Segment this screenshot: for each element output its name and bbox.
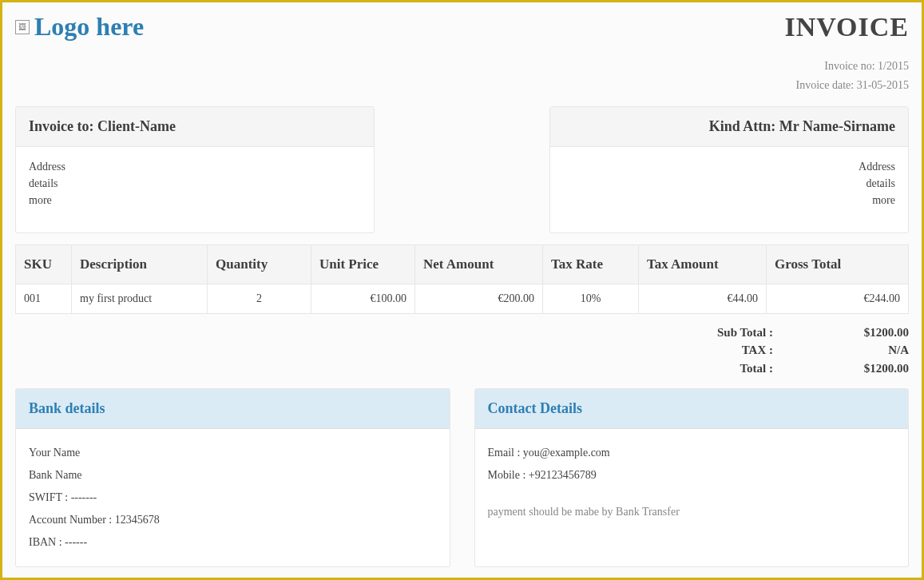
cell-unit-price: €100.00 [311, 284, 415, 313]
kind-attn-line: Address [563, 158, 895, 175]
items-table: SKU Description Quantity Unit Price Net … [15, 244, 909, 314]
bank-details-header: Bank details [16, 389, 450, 429]
invoice-meta: Invoice no: 1/2015 Invoice date: 31-05-2… [15, 57, 909, 95]
header-row: 🖼 Logo here INVOICE [15, 12, 909, 42]
total-value: $1200.00 [773, 360, 909, 378]
bank-name-line: Your Name [29, 442, 437, 464]
tax-value: N/A [773, 341, 909, 360]
invoice-number: Invoice no: 1/2015 [15, 57, 909, 76]
col-gross-total: Gross Total [767, 244, 909, 284]
contact-email-line: Email : you@example.com [488, 442, 896, 464]
col-tax-amount: Tax Amount [639, 244, 767, 284]
invoice-to-body: Address details more [16, 147, 374, 232]
invoice-to-line: Address [29, 158, 361, 175]
col-sku: SKU [16, 244, 72, 284]
totals-block: Sub Total : $1200.00 TAX : N/A Total : $… [15, 324, 909, 378]
contact-mobile-line: Mobile : +92123456789 [488, 464, 896, 487]
payment-note: payment should be mabe by Bank Transfer [488, 501, 896, 523]
logo-block: 🖼 Logo here [15, 12, 144, 42]
bank-account-line: Account Number : 12345678 [29, 509, 437, 531]
cell-quantity: 2 [208, 284, 311, 313]
invoice-date: Invoice date: 31-05-2015 [15, 76, 909, 95]
cell-description: my first product [72, 284, 208, 313]
contact-details-header: Contact Details [475, 389, 909, 429]
invoice-to-card: Invoice to: Client-Name Address details … [15, 106, 375, 233]
details-row: Bank details Your Name Bank Name SWIFT :… [15, 388, 909, 567]
bank-iban-line: IBAN : ------ [29, 531, 437, 554]
table-header-row: SKU Description Quantity Unit Price Net … [16, 244, 909, 284]
parties-row: Invoice to: Client-Name Address details … [15, 106, 909, 233]
logo-text: Logo here [34, 12, 144, 42]
contact-details-card: Contact Details Email : you@example.com … [474, 388, 910, 567]
col-description: Description [72, 244, 208, 284]
contact-details-body: Email : you@example.com Mobile : +921234… [475, 429, 909, 536]
bank-details-card: Bank details Your Name Bank Name SWIFT :… [15, 388, 450, 567]
invoice-to-line: more [29, 192, 361, 209]
col-tax-rate: Tax Rate [543, 244, 639, 284]
bank-swift-line: SWIFT : ------- [29, 487, 437, 509]
subtotal-label: Sub Total : [677, 324, 773, 342]
cell-sku: 001 [16, 284, 72, 313]
cell-net-amount: €200.00 [415, 284, 543, 313]
kind-attn-header: Kind Attn: Mr Name-Sirname [550, 107, 908, 147]
cell-tax-rate: 10% [543, 284, 639, 313]
kind-attn-body: Address details more [550, 147, 908, 232]
kind-attn-line: details [563, 175, 895, 192]
col-quantity: Quantity [208, 244, 311, 284]
invoice-title: INVOICE [784, 12, 909, 42]
invoice-to-header: Invoice to: Client-Name [16, 107, 374, 147]
broken-image-icon: 🖼 [15, 20, 30, 34]
subtotal-value: $1200.00 [773, 324, 909, 342]
total-label: Total : [677, 360, 773, 378]
tax-label: TAX : [677, 341, 773, 360]
col-net-amount: Net Amount [415, 244, 543, 284]
bank-details-body: Your Name Bank Name SWIFT : ------- Acco… [16, 429, 450, 566]
cell-gross-total: €244.00 [767, 284, 909, 313]
col-unit-price: Unit Price [311, 244, 415, 284]
table-row: 001 my first product 2 €100.00 €200.00 1… [16, 284, 909, 313]
kind-attn-card: Kind Attn: Mr Name-Sirname Address detai… [549, 106, 909, 233]
cell-tax-amount: €44.00 [639, 284, 767, 313]
invoice-to-line: details [29, 175, 361, 192]
kind-attn-line: more [563, 192, 895, 209]
bank-institution-line: Bank Name [29, 464, 437, 487]
